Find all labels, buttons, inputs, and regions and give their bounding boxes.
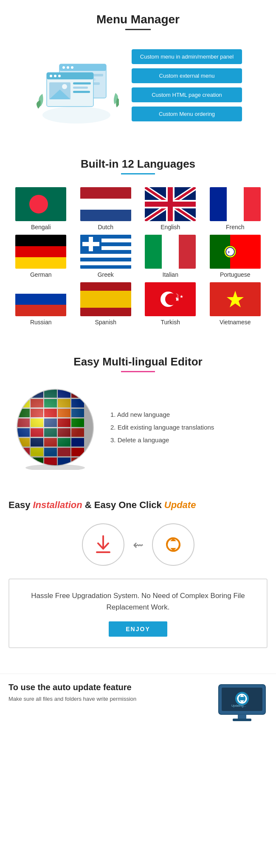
languages-title: Built-in 12 Languages xyxy=(8,157,268,171)
languages-section: Built-in 12 Languages Bengali Dutch xyxy=(0,145,276,343)
flag-spanish xyxy=(80,282,131,316)
flag-german xyxy=(15,235,66,269)
install-prefix: Easy xyxy=(8,500,33,510)
svg-rect-55 xyxy=(162,235,179,269)
svg-rect-53 xyxy=(82,242,99,246)
svg-rect-19 xyxy=(73,87,88,89)
flag-label-english: English xyxy=(161,224,180,230)
svg-text:Updating...: Updating... xyxy=(231,704,246,708)
svg-rect-65 xyxy=(15,305,66,316)
svg-rect-25 xyxy=(80,210,131,221)
flags-grid: Bengali Dutch xyxy=(11,187,265,326)
monitor-illustration: Updating... xyxy=(217,683,268,721)
flag-italian xyxy=(145,235,196,269)
flag-label-italian: Italian xyxy=(163,271,178,278)
svg-rect-36 xyxy=(227,187,244,221)
flag-label-russian: Russian xyxy=(30,319,52,326)
flag-item-dutch: Dutch xyxy=(76,187,136,230)
flag-dutch xyxy=(80,187,131,221)
svg-rect-50 xyxy=(80,265,131,269)
menu-manager-illustration xyxy=(34,43,119,128)
flag-item-spanish: Spanish xyxy=(76,282,136,326)
arrow-separator: ⇜ xyxy=(133,537,144,552)
svg-point-14 xyxy=(58,75,61,77)
flag-item-turkish: ☽ ★ Turkish xyxy=(140,282,201,326)
menu-manager-section: Menu Manager xyxy=(0,0,276,145)
svg-rect-23 xyxy=(80,187,131,199)
menu-manager-title: Menu Manager xyxy=(8,13,268,26)
svg-rect-40 xyxy=(15,257,66,269)
svg-rect-39 xyxy=(15,246,66,257)
svg-rect-2 xyxy=(59,64,106,71)
svg-text:☽: ☽ xyxy=(174,292,179,299)
multilingual-item-0: 1. Add new language xyxy=(110,408,214,421)
svg-point-4 xyxy=(67,66,69,69)
flag-english xyxy=(145,187,196,221)
feature-btn-3[interactable]: Custom Menu ordering xyxy=(132,107,242,121)
svg-rect-114 xyxy=(17,458,30,466)
svg-rect-35 xyxy=(210,187,227,221)
svg-rect-64 xyxy=(15,294,66,305)
flag-portuguese: ⚜ xyxy=(210,235,261,269)
auto-update-section: To use the auto update feature Make sure… xyxy=(0,674,276,729)
svg-point-13 xyxy=(54,75,56,77)
svg-rect-20 xyxy=(73,91,90,93)
svg-rect-18 xyxy=(73,82,91,84)
multilingual-item-1: 2. Edit existing language translations xyxy=(110,421,214,434)
feature-btn-0[interactable]: Custom menu in admin/member panel xyxy=(132,49,242,64)
install-middle: & Easy One Click xyxy=(82,500,164,510)
upgrade-text: Hassle Free Upgradation System. No Need … xyxy=(18,590,258,613)
flag-item-vietnamese: Vietnamese xyxy=(205,282,266,326)
auto-update-description: Make sure all files and folders have wri… xyxy=(8,696,208,702)
svg-point-5 xyxy=(71,66,73,69)
flags-globe xyxy=(13,385,98,470)
multilingual-list: 1. Add new language 2. Edit existing lan… xyxy=(110,408,214,447)
flag-label-greek: Greek xyxy=(98,271,114,278)
svg-point-0 xyxy=(42,107,110,124)
svg-rect-79 xyxy=(17,389,30,398)
svg-rect-11 xyxy=(47,73,93,79)
svg-rect-133 xyxy=(233,719,251,721)
flag-item-bengali: Bengali xyxy=(11,187,71,230)
feature-btn-1[interactable]: Custom external menu xyxy=(132,68,242,83)
svg-text:★: ★ xyxy=(180,294,183,299)
svg-point-17 xyxy=(62,84,67,89)
feature-btn-2[interactable]: Custom HTML page creation xyxy=(132,87,242,102)
download-icon-circle xyxy=(82,523,124,566)
menu-features-list: Custom menu in admin/member panel Custom… xyxy=(132,49,242,121)
flag-item-italian: Italian xyxy=(140,235,201,278)
installation-section: Easy Installation & Easy One Click Updat… xyxy=(0,487,276,674)
svg-rect-132 xyxy=(238,714,246,719)
svg-rect-37 xyxy=(244,187,261,221)
svg-text:⚜: ⚜ xyxy=(227,250,230,254)
flag-russian xyxy=(15,282,66,316)
installation-title: Easy Installation & Easy One Click Updat… xyxy=(8,500,268,511)
svg-point-22 xyxy=(29,195,48,213)
svg-point-3 xyxy=(62,66,65,69)
svg-rect-54 xyxy=(145,235,162,269)
flag-french xyxy=(210,187,261,221)
flag-vietnamese xyxy=(210,282,261,316)
enjoy-button[interactable]: ENJOY xyxy=(109,621,167,637)
multilingual-item-2: 3. Delete a language xyxy=(110,434,214,447)
flag-label-vietnamese: Vietnamese xyxy=(220,319,251,326)
install-highlight1: Installation xyxy=(33,500,82,510)
flag-item-greek: Greek xyxy=(76,235,136,278)
flag-label-portuguese: Portuguese xyxy=(220,271,251,278)
flag-item-german: German xyxy=(11,235,71,278)
flag-label-german: German xyxy=(30,271,52,278)
menu-manager-content: Custom menu in admin/member panel Custom… xyxy=(8,43,268,128)
svg-rect-49 xyxy=(80,261,131,265)
svg-rect-63 xyxy=(15,282,66,294)
flag-item-french: French xyxy=(205,187,266,230)
flag-label-spanish: Spanish xyxy=(95,319,116,326)
svg-rect-24 xyxy=(80,199,131,210)
svg-rect-34 xyxy=(145,202,196,207)
multilingual-content: 1. Add new language 2. Edit existing lan… xyxy=(8,385,268,470)
flag-label-turkish: Turkish xyxy=(161,319,180,326)
upgrade-box: Hassle Free Upgradation System. No Need … xyxy=(8,579,268,648)
auto-update-title: To use the auto update feature xyxy=(8,683,208,692)
flag-item-english: English xyxy=(140,187,201,230)
flag-label-dutch: Dutch xyxy=(98,224,113,230)
flag-label-french: French xyxy=(226,224,245,230)
